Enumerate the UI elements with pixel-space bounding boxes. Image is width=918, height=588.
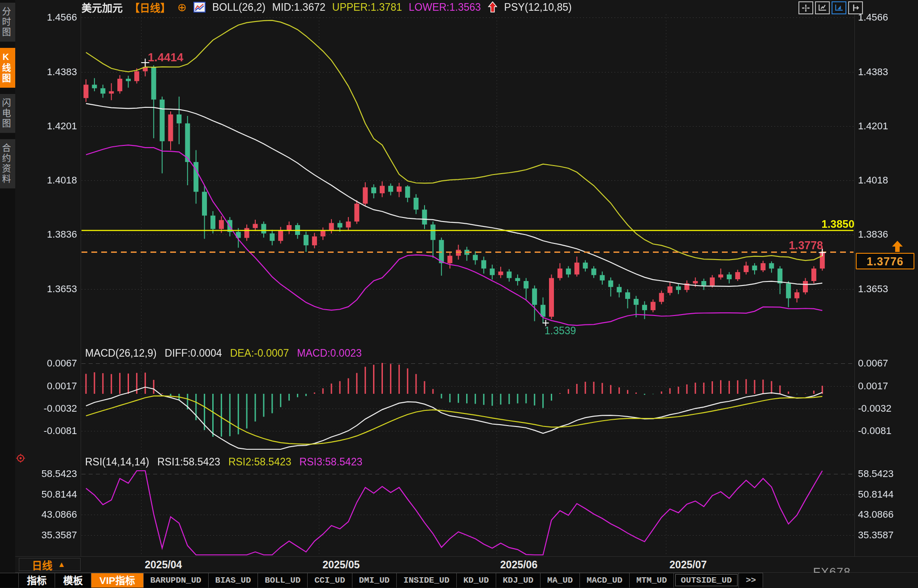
chart-canvas[interactable] bbox=[0, 0, 918, 588]
toolbar-tab-macd_ud[interactable]: MACD_UD bbox=[580, 573, 630, 588]
period-tag[interactable]: 【日线】 bbox=[129, 0, 171, 15]
main-y-label: 1.3653 bbox=[858, 283, 888, 295]
sidebar-item-contract[interactable]: 合约资料 bbox=[0, 139, 15, 188]
rsi2-value: RSI2:58.5423 bbox=[228, 456, 292, 468]
period-selector[interactable]: 日线 ▲ bbox=[19, 558, 81, 571]
toolbar-tab-[interactable]: 模板 bbox=[55, 573, 91, 588]
toolbar-tab-vip[interactable]: VIP指标 bbox=[91, 573, 143, 588]
x-axis-month-label: 2025/05 bbox=[305, 559, 377, 571]
macd-y-label: -0.0081 bbox=[858, 425, 892, 437]
macd-y-label: -0.0032 bbox=[22, 403, 77, 414]
toolbar-tab-inside_ud[interactable]: INSIDE_UD bbox=[397, 573, 457, 588]
rsi-header: RSI(14,14,14) RSI1:58.5423 RSI2:58.5423 … bbox=[85, 456, 362, 468]
chart-tools bbox=[798, 1, 863, 14]
add-indicator-icon[interactable]: ⊕ bbox=[177, 2, 187, 13]
rsi-y-label: 43.0866 bbox=[22, 509, 77, 520]
sidebar-item-flash[interactable]: 闪电图 bbox=[0, 94, 15, 133]
last-price-box[interactable]: 1.3776 bbox=[856, 253, 914, 269]
toolbar-tab-cci_ud[interactable]: CCI_UD bbox=[308, 573, 352, 588]
sidebar-item-fenshi[interactable]: 分时图 bbox=[0, 3, 15, 42]
rsi1-value: RSI1:58.5423 bbox=[157, 456, 220, 468]
macd-header: MACD(26,12,9) DIFF:0.0004 DEA:-0.0007 MA… bbox=[85, 347, 362, 359]
toolbar-spacer bbox=[0, 573, 19, 588]
macd-y-label: -0.0081 bbox=[22, 425, 77, 437]
rsi-target-icon[interactable] bbox=[16, 454, 25, 464]
main-y-label: 1.4018 bbox=[858, 175, 888, 186]
main-y-label: 1.3836 bbox=[858, 229, 888, 240]
rsi3-value: RSI3:58.5423 bbox=[300, 456, 363, 468]
current-price-label: 1.3778 bbox=[789, 239, 823, 252]
boll-lower-value: LOWER:1.3563 bbox=[409, 1, 481, 13]
period-selector-label: 日线 bbox=[32, 557, 52, 572]
main-y-label: 1.4383 bbox=[858, 66, 888, 78]
macd-y-label: 0.0067 bbox=[22, 358, 77, 369]
toolbar-tab-outside_ud[interactable]: OUTSIDE_UD bbox=[674, 573, 739, 588]
crosshair-icon[interactable] bbox=[798, 1, 813, 14]
rsi-y-label: 58.5423 bbox=[22, 468, 77, 480]
main-y-label: 1.4201 bbox=[858, 120, 888, 132]
boll-mid-value: MID:1.3672 bbox=[272, 1, 326, 13]
macd-value: MACD:0.0023 bbox=[297, 347, 361, 359]
sidebar: 分时图K线图闪电图合约资料 bbox=[0, 0, 15, 588]
toolbar-tab-kdj_ud[interactable]: KDJ_UD bbox=[496, 573, 541, 588]
toolbar-tab-barupdn_ud[interactable]: BARUPDN_UD bbox=[144, 573, 209, 588]
chart-header: 美元加元 【日线】 ⊕ BOLL(26,2) MID:1.3672 UPPER:… bbox=[82, 0, 572, 14]
rsi-y-label: 43.0866 bbox=[858, 509, 894, 520]
toolbar-tab-ma_ud[interactable]: MA_UD bbox=[541, 573, 580, 588]
main-y-label: 1.3836 bbox=[22, 229, 77, 240]
toolbar-tab-bias_ud[interactable]: BIAS_UD bbox=[209, 573, 258, 588]
toolbar-tab-[interactable]: 指标 bbox=[19, 573, 55, 588]
macd-y-label: -0.0032 bbox=[858, 403, 892, 414]
auto-scale-icon[interactable] bbox=[832, 1, 846, 14]
main-y-label: 1.4566 bbox=[22, 12, 77, 23]
macd-diff-value: DIFF:0.0004 bbox=[165, 347, 222, 359]
macd-title: MACD(26,12,9) bbox=[85, 347, 157, 359]
toolbar-tab-kd_ud[interactable]: KD_UD bbox=[457, 573, 496, 588]
rsi-y-label: 58.5423 bbox=[858, 468, 894, 480]
toolbar-tab-mtm_ud[interactable]: MTM_UD bbox=[630, 573, 674, 588]
rsi-y-label: 50.8144 bbox=[22, 489, 77, 500]
scale-axis-icon[interactable] bbox=[815, 1, 830, 14]
indicator-toolbar: 指标模板VIP指标BARUPDN_UDBIAS_UDBOLL_UDCCI_UDD… bbox=[0, 573, 918, 588]
psy-params: PSY(12,10,85) bbox=[504, 1, 572, 13]
boll-upper-value: UPPER:1.3781 bbox=[332, 1, 402, 13]
hline-price-label: 1.3850 bbox=[822, 218, 854, 230]
macd-dea-value: DEA:-0.0007 bbox=[230, 347, 289, 359]
price-up-arrow-icon bbox=[891, 241, 904, 254]
x-axis-month-label: 2025/06 bbox=[483, 559, 555, 571]
rsi-title: RSI(14,14,14) bbox=[85, 456, 149, 468]
sidebar-item-kline[interactable]: K线图 bbox=[0, 48, 15, 88]
symbol-title: 美元加元 bbox=[82, 0, 123, 15]
mini-chart-icon[interactable] bbox=[193, 2, 206, 13]
x-axis-month-label: 2025/07 bbox=[652, 559, 724, 571]
toolbar-tab-boll_ud[interactable]: BOLL_UD bbox=[258, 573, 308, 588]
main-y-label: 1.4201 bbox=[22, 120, 77, 132]
macd-y-label: 0.0067 bbox=[858, 358, 888, 369]
macd-y-label: 0.0017 bbox=[858, 380, 888, 392]
x-axis-month-label: 2025/04 bbox=[128, 559, 199, 571]
main-y-label: 1.3653 bbox=[22, 283, 77, 295]
boll-params: BOLL(26,2) bbox=[212, 1, 266, 13]
rsi-y-label: 35.3587 bbox=[858, 529, 894, 541]
rsi-y-label: 50.8144 bbox=[858, 489, 894, 500]
toolbar-more-button[interactable]: >> bbox=[739, 573, 763, 588]
up-arrow-icon bbox=[488, 1, 498, 13]
period-selector-arrow-icon: ▲ bbox=[58, 560, 65, 569]
pan-axis-icon[interactable] bbox=[848, 1, 863, 14]
rsi-y-label: 35.3587 bbox=[22, 529, 77, 541]
macd-y-label: 0.0017 bbox=[22, 380, 77, 392]
low-price-annotation: 1.3539 bbox=[545, 325, 576, 337]
main-y-label: 1.4383 bbox=[22, 66, 77, 78]
high-price-annotation: 1.4414 bbox=[148, 51, 184, 64]
main-y-label: 1.4018 bbox=[22, 175, 77, 186]
toolbar-tab-dmi_ud[interactable]: DMI_UD bbox=[352, 573, 397, 588]
